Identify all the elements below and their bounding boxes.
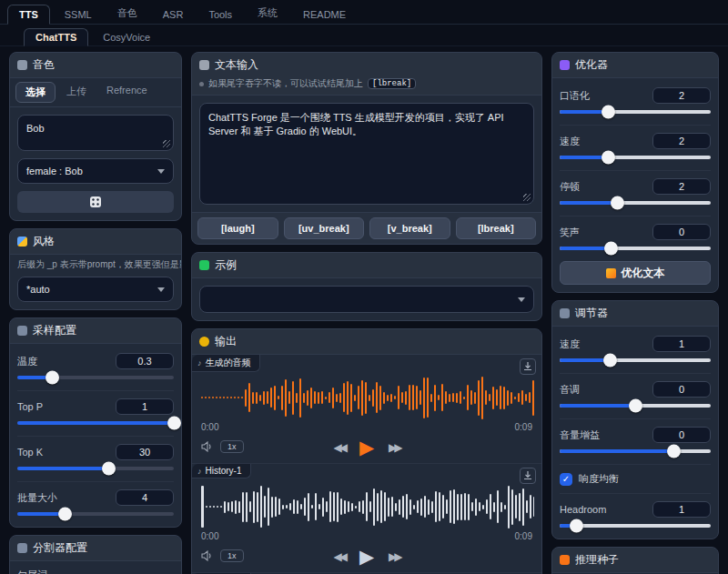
rewind-button[interactable]: ◀◀ (333, 549, 344, 562)
tab-system[interactable]: 系统 (247, 3, 288, 24)
slider-temperature: 温度 0.3 (17, 351, 174, 383)
splitter-panel-title: 分割器配置 (33, 540, 87, 556)
v-break-token-button[interactable]: [v_break] (369, 217, 450, 239)
optimize-text-button[interactable]: 优化文本 (560, 261, 711, 285)
tab-ssml[interactable]: SSML (54, 5, 103, 24)
download-button[interactable] (520, 358, 536, 375)
waveform[interactable] (199, 373, 534, 422)
waveform[interactable] (199, 482, 534, 531)
slider-value[interactable]: 0.3 (116, 353, 174, 369)
download-button[interactable] (520, 468, 536, 484)
tab-tools[interactable]: Tools (197, 5, 243, 24)
speaker-name-input[interactable]: Bob (17, 115, 174, 151)
tip-text: 如果尾字吞字不读，可以试试结尾加上 (208, 77, 363, 90)
slider-track[interactable] (17, 512, 174, 516)
playback-speed-button[interactable]: 1x (220, 549, 244, 562)
slider-handle[interactable] (602, 151, 615, 165)
style-panel-title: 风格 (33, 234, 55, 249)
volume-icon[interactable] (201, 441, 214, 452)
slider-handle[interactable] (46, 371, 59, 385)
player-controls: 1x ◀◀ ▶ ▶▶ (199, 432, 534, 461)
slider-value[interactable]: 0 (652, 381, 711, 398)
volume-icon[interactable] (201, 550, 214, 561)
voice-tab-select[interactable]: 选择 (15, 82, 56, 103)
tab-readme[interactable]: README (292, 5, 357, 24)
playback-speed-button[interactable]: 1x (220, 440, 244, 453)
slider-track[interactable] (17, 421, 174, 425)
slider-track[interactable] (560, 247, 711, 250)
text-input-header: 文本输入 (192, 53, 541, 75)
token-buttons-row: [laugh] [uv_break] [v_break] [lbreak] (192, 212, 541, 244)
slider-track[interactable] (560, 201, 711, 205)
voice-tab-reference[interactable]: Refrence (97, 82, 157, 103)
slider-handle[interactable] (102, 462, 116, 476)
forward-button[interactable]: ▶▶ (389, 549, 399, 562)
slider-value[interactable]: 4 (116, 489, 174, 506)
slider-track[interactable] (560, 404, 711, 408)
slider-top-k: Top K 30 (17, 436, 174, 474)
slider-handle[interactable] (167, 417, 181, 430)
lbreak-token-button[interactable]: [lbreak] (456, 217, 537, 239)
splitter-panel: 分割器配置 句尾词 [uv_break] 分割器阈值 100 (9, 535, 182, 574)
slider-handle[interactable] (603, 354, 617, 368)
slider-label: Top P (17, 401, 43, 412)
play-button[interactable]: ▶ (359, 438, 374, 457)
style-hint: 后缀为 _p 表示带prompt，效果更强但是影响质量 (10, 255, 181, 271)
download-icon (523, 362, 532, 371)
slider-track[interactable] (17, 376, 174, 379)
slider-track[interactable] (560, 449, 711, 453)
slider-value[interactable]: 2 (652, 87, 711, 104)
text-textarea[interactable]: ChatTTS Forge 是一个围绕 TTS 生成模型开发的项目，实现了 AP… (199, 103, 534, 205)
speaker-dropdown[interactable]: female : Bob (17, 158, 174, 184)
tab-cosyvoice[interactable]: CosyVoice (92, 29, 161, 45)
slider-track[interactable] (17, 467, 174, 470)
slider-track[interactable] (560, 156, 711, 159)
voice-tab-upload[interactable]: 上传 (57, 82, 96, 103)
loudness-eq-checkbox[interactable] (560, 473, 572, 486)
slider-value[interactable]: 1 (116, 398, 174, 415)
slider-label: Top K (17, 447, 43, 458)
play-button[interactable]: ▶ (359, 547, 374, 566)
slider-handle[interactable] (629, 399, 642, 413)
rewind-button[interactable]: ◀◀ (333, 440, 344, 453)
slider-value[interactable]: 2 (652, 133, 711, 149)
slider-handle[interactable] (604, 242, 618, 256)
random-speaker-button[interactable] (17, 191, 174, 213)
slider-label: 速度 (560, 337, 580, 351)
slider-value[interactable]: 0 (652, 427, 711, 443)
slider-top-p: Top P 1 (17, 390, 174, 428)
slider-handle[interactable] (611, 196, 624, 210)
slider-value[interactable]: 2 (652, 178, 711, 195)
slider-value[interactable]: 1 (652, 336, 711, 352)
tab-voice[interactable]: 音色 (106, 3, 148, 24)
slider-opt-speed: 速度 2 (560, 125, 711, 163)
tune-icon (17, 326, 27, 336)
laugh-token-button[interactable]: [laugh] (197, 217, 278, 239)
slider-handle[interactable] (602, 106, 615, 119)
slider-label: 停顿 (560, 180, 580, 194)
style-dropdown[interactable]: *auto (17, 277, 174, 302)
examples-dropdown[interactable] (199, 286, 534, 313)
slider-handle[interactable] (667, 445, 681, 458)
tab-chattts[interactable]: ChatTTS (24, 28, 88, 46)
optimize-text-label: 优化文本 (622, 266, 665, 281)
player-controls: 1x ◀◀ ▶ ▶▶ (199, 541, 534, 570)
uv-break-token-button[interactable]: [uv_break] (284, 217, 365, 239)
slider-value[interactable]: 0 (652, 224, 711, 240)
slider-track[interactable] (560, 524, 711, 528)
forward-button[interactable]: ▶▶ (389, 440, 399, 453)
slider-value[interactable]: 1 (652, 501, 711, 518)
slider-value[interactable]: 30 (116, 444, 174, 460)
adjuster-icon (560, 308, 570, 318)
slider-label: 批量大小 (17, 491, 57, 505)
document-icon (199, 60, 209, 70)
slider-track[interactable] (560, 110, 711, 114)
adjuster-panel-header: 调节器 (552, 301, 718, 327)
tab-asr[interactable]: ASR (152, 5, 195, 24)
note-icon: ♪ (197, 467, 202, 476)
slider-handle[interactable] (570, 519, 583, 533)
tab-tts[interactable]: TTS (7, 5, 50, 25)
slider-handle[interactable] (58, 508, 72, 521)
slider-label: 音调 (560, 383, 580, 397)
slider-track[interactable] (560, 358, 711, 362)
